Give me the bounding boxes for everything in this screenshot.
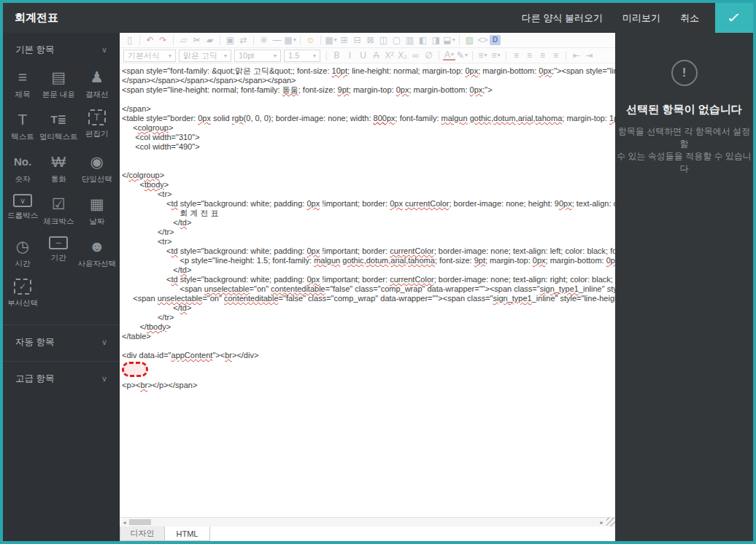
code-line[interactable] xyxy=(122,152,615,161)
sidebar-item-date[interactable]: ▦날짜 xyxy=(78,194,117,227)
redo-icon[interactable]: ↷ xyxy=(157,36,169,44)
html-code-icon[interactable]: <> xyxy=(477,36,489,44)
line-height-select[interactable]: 1.5▾ xyxy=(284,50,320,62)
scrollbar-thumb[interactable] xyxy=(129,519,151,525)
sidebar-item-title[interactable]: ≡제목 xyxy=(6,67,39,100)
outdent-icon[interactable]: ⇤ xyxy=(570,51,582,60)
cut-icon[interactable]: ✂ xyxy=(190,36,203,44)
scroll-left-arrow-icon[interactable]: ◂ xyxy=(120,519,129,526)
sidebar-item-department-select[interactable]: ✓부서선택 xyxy=(6,279,39,308)
align-right-icon[interactable]: ≡ xyxy=(536,51,549,60)
sidebar-item-editor-component[interactable]: T편집기 xyxy=(78,109,117,142)
code-line[interactable] xyxy=(122,95,615,104)
table-icon[interactable]: ▦▾ xyxy=(325,36,337,44)
insert-col-icon[interactable]: ⊟ xyxy=(351,36,363,44)
insert-row-icon[interactable]: ⊞ xyxy=(338,36,350,44)
code-line[interactable]: </tr> xyxy=(122,313,615,322)
confirm-button[interactable]: ✓ xyxy=(715,3,753,33)
code-line[interactable]: <div data-id="appContent"><br></div> xyxy=(122,351,615,360)
horizontal-scrollbar[interactable]: ◂ ▸ xyxy=(120,517,615,526)
image-icon[interactable]: ▨ xyxy=(463,36,476,44)
font-family-select[interactable]: 맑은 고딕▾ xyxy=(179,50,231,62)
align-left-icon[interactable]: ≡ xyxy=(510,51,522,60)
sidebar-item-dropdown-box[interactable]: ∨드롭박스 xyxy=(6,194,39,227)
code-line[interactable]: <span unselectable="on" contenteditable=… xyxy=(122,294,615,303)
code-line[interactable]: </colgroup> xyxy=(122,171,615,180)
code-line[interactable]: <p style="line-height: 1.5; font-family:… xyxy=(122,256,615,265)
editor-app-icon[interactable]: D xyxy=(490,35,501,45)
code-line[interactable]: </span> xyxy=(122,104,615,114)
copy-icon[interactable]: ▱ xyxy=(177,36,190,44)
sidebar-item-time[interactable]: ◷시간 xyxy=(6,236,39,269)
code-line[interactable]: <colgroup> xyxy=(122,123,615,133)
special-char-icon[interactable]: ※ xyxy=(258,36,270,44)
bold-icon[interactable]: B xyxy=(331,51,343,60)
code-line[interactable]: <span style="font-family: &quot;맑은 고딕&qu… xyxy=(122,66,615,76)
highlight-color-icon[interactable]: ✎▾ xyxy=(456,51,468,60)
code-line[interactable]: <span style="line-height: normal; font-f… xyxy=(122,85,615,95)
unlink-icon[interactable]: ∅ xyxy=(423,51,435,60)
code-editor[interactable]: <span style="font-family: &quot;맑은 고딕&qu… xyxy=(120,63,615,517)
code-line[interactable]: <td style="background: white; padding: 0… xyxy=(122,199,615,209)
sidebar-item-body-content[interactable]: ▤본문 내용 xyxy=(39,67,78,100)
paste-icon[interactable]: ▰ xyxy=(204,36,216,44)
strikethrough-icon[interactable]: A xyxy=(370,51,382,60)
save-template-icon[interactable]: ▣ xyxy=(224,36,236,44)
code-line[interactable]: </tbody> xyxy=(122,322,615,332)
code-line[interactable]: <p><br></p></span> xyxy=(122,381,615,390)
sidebar-item-approval-line[interactable]: ♟결재선 xyxy=(78,67,117,100)
cell-border-icon[interactable]: ▢ xyxy=(390,36,403,44)
font-color-icon[interactable]: A▾ xyxy=(443,50,455,61)
code-line[interactable]: </table> xyxy=(122,332,615,341)
code-line[interactable]: </span></span></span></span></span></spa… xyxy=(122,76,615,85)
sidebar-item-period[interactable]: ∼기간 xyxy=(39,236,78,269)
code-line[interactable]: </td> xyxy=(122,218,615,228)
sidebar-item-number[interactable]: No.숫자 xyxy=(6,152,39,184)
code-line[interactable] xyxy=(122,341,615,351)
sidebar-item-single-select[interactable]: ◉단일선택 xyxy=(78,152,117,184)
merge-cell-icon[interactable]: ◫ xyxy=(377,36,390,44)
scroll-right-arrow-icon[interactable]: ▸ xyxy=(597,519,606,526)
code-line[interactable]: </td> xyxy=(122,265,615,275)
table-border-icon[interactable]: ▥ xyxy=(404,36,416,44)
cell-props-icon[interactable]: ◨ xyxy=(430,36,442,44)
sidebar-item-currency[interactable]: ₩통화 xyxy=(39,152,78,184)
undo-icon[interactable]: ↶ xyxy=(144,36,156,44)
delete-cell-icon[interactable]: ⊠ xyxy=(364,36,377,44)
italic-icon[interactable]: I xyxy=(344,51,356,60)
sidebar-item-user-select[interactable]: ☻사용자선택 xyxy=(78,236,117,269)
underline-icon[interactable]: U xyxy=(357,51,369,60)
unordered-list-icon[interactable]: ≡▾ xyxy=(490,51,502,60)
code-line[interactable]: <tr> xyxy=(122,190,615,199)
code-line[interactable] xyxy=(122,360,615,381)
new-document-icon[interactable]: ▯ xyxy=(123,36,136,44)
code-line[interactable]: <td style="background: white; padding: 0… xyxy=(122,275,615,284)
fill-color-icon[interactable]: ⬓▾ xyxy=(443,36,455,44)
load-other-form-button[interactable]: 다른 양식 불러오기 xyxy=(522,12,603,25)
sidebar-item-text[interactable]: T텍스트 xyxy=(6,109,39,142)
code-line[interactable]: <tr> xyxy=(122,237,615,246)
preview-button[interactable]: 미리보기 xyxy=(622,12,660,25)
sidebar-item-multi-text[interactable]: T≣멀티텍스트 xyxy=(39,109,78,142)
horizontal-line-icon[interactable]: — xyxy=(271,36,283,44)
resize-grip[interactable] xyxy=(606,518,615,526)
code-line[interactable]: <tbody> xyxy=(122,180,615,190)
cancel-button[interactable]: 취소 xyxy=(680,12,699,25)
tab-html[interactable]: HTML xyxy=(165,526,210,541)
align-justify-icon[interactable]: ≡ xyxy=(549,51,562,60)
code-line[interactable]: <col width="310"> xyxy=(122,133,615,142)
code-line[interactable]: <table style="border: 0px solid rgb(0, 0… xyxy=(122,114,615,123)
emoticon-icon[interactable]: ☺ xyxy=(304,36,317,44)
font-size-select[interactable]: 10pt▾ xyxy=(234,50,281,62)
ordered-list-icon[interactable]: ≡▾ xyxy=(477,51,489,60)
code-line[interactable] xyxy=(122,161,615,171)
sidebar-item-checkbox[interactable]: ☑체크박스 xyxy=(39,194,78,227)
link-icon[interactable]: ∞ xyxy=(409,51,422,60)
find-replace-icon[interactable]: ⇄ xyxy=(237,36,250,44)
code-line[interactable]: <col width="490"> xyxy=(122,142,615,152)
align-center-icon[interactable]: ≡ xyxy=(523,51,536,60)
split-cell-icon[interactable]: ◧ xyxy=(417,36,429,44)
tab-디자인[interactable]: 디자인 xyxy=(120,526,165,541)
paragraph-style-select[interactable]: 기본서식▾ xyxy=(123,50,176,62)
code-line[interactable]: </tr> xyxy=(122,228,615,237)
